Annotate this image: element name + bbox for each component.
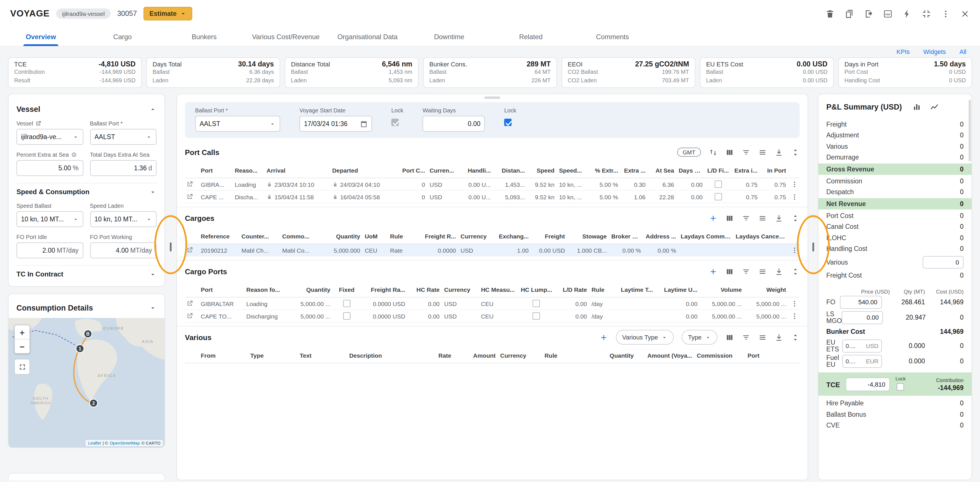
column-header-description[interactable]: Description <box>347 352 410 359</box>
tab-cargo[interactable]: Cargo <box>82 27 163 46</box>
column-header-counter[interactable]: Counter... <box>239 233 280 239</box>
panel-resize-handle-right[interactable] <box>812 243 814 252</box>
cargoes-row[interactable]: 20190212Mabl Ch...Mabl Co...5,000.000CEU… <box>185 244 800 257</box>
chevron-up-icon[interactable] <box>149 105 156 113</box>
menu-icon[interactable] <box>758 148 767 156</box>
column-header-rule[interactable]: Rule <box>388 233 420 239</box>
various-type-filter[interactable]: Various Type <box>616 330 674 345</box>
row-menu-icon[interactable] <box>791 300 799 307</box>
info-icon[interactable] <box>71 152 77 158</box>
collapse-view-icon[interactable] <box>921 9 931 18</box>
open-row-icon[interactable] <box>186 300 193 307</box>
tab-downtime[interactable]: Downtime <box>408 27 490 46</box>
column-header-freight[interactable]: Freight <box>531 233 567 239</box>
speed-ballast-select[interactable]: 10 kn, 10 MT... <box>16 211 83 227</box>
column-header-port[interactable]: Port <box>199 286 244 293</box>
duplicate-icon[interactable] <box>845 9 854 18</box>
fo-port-working-input[interactable]: 4.00 MT/day <box>90 243 156 258</box>
tab-overview[interactable]: Overview <box>0 27 82 46</box>
expand-rows-icon[interactable] <box>791 214 800 222</box>
menu-icon[interactable] <box>758 267 767 276</box>
column-header-rule[interactable]: Rule <box>542 352 592 359</box>
type-filter[interactable]: Type <box>682 330 718 345</box>
column-header-quantity[interactable]: Quantity <box>592 352 636 359</box>
tab-organisational-data[interactable]: Organisational Data <box>327 27 408 46</box>
add-various-icon[interactable] <box>600 333 608 342</box>
fo-port-idle-input[interactable]: 2.00 MT/day <box>16 243 83 258</box>
cell-checkbox[interactable] <box>343 312 350 320</box>
more-menu-icon[interactable] <box>941 9 950 18</box>
cell-checkbox[interactable] <box>343 300 350 307</box>
map-zoom-in-button[interactable]: + <box>15 325 30 339</box>
column-header-exchang[interactable]: Exchang... <box>492 233 531 239</box>
openstreetmap-link[interactable]: OpenStreetMap <box>110 441 140 446</box>
column-header-amount[interactable]: Amount <box>454 352 498 359</box>
tab-comments[interactable]: Comments <box>572 27 653 46</box>
column-header-l-d-fi[interactable]: L/D Fi... <box>705 167 731 174</box>
filter-icon[interactable] <box>742 214 750 222</box>
quick-actions-icon[interactable] <box>902 9 912 18</box>
column-header-hc-measu[interactable]: HC Measu... <box>479 286 519 293</box>
voyage-start-date-input[interactable]: 17/03/24 01:36 <box>299 116 372 132</box>
open-row-icon[interactable] <box>186 312 193 320</box>
route-map[interactable]: EUROPE ASIA AFRICA SOUTH AMERICA B 1 <box>8 318 164 447</box>
speed-laden-select[interactable]: 10 kn, 10 MT... <box>90 211 156 227</box>
pdf-icon[interactable]: PDF <box>883 9 892 18</box>
column-header-laydays-commence[interactable]: Laydays Commence <box>678 233 733 239</box>
column-header-from[interactable]: From <box>199 352 248 359</box>
column-header-departed[interactable]: Departed <box>330 167 398 174</box>
column-header-speed[interactable]: Speed <box>527 167 557 174</box>
pnl-scrollbar-thumb[interactable] <box>969 100 971 161</box>
map-marker-1[interactable]: 1 <box>76 345 84 353</box>
menu-icon[interactable] <box>758 214 767 222</box>
column-settings-icon[interactable] <box>725 333 734 342</box>
download-icon[interactable] <box>775 214 783 222</box>
pnl-various-input[interactable]: 0 <box>923 256 964 268</box>
column-header-currency[interactable]: Currency <box>442 286 479 293</box>
column-header-laytime-u[interactable]: Laytime U... <box>659 286 700 293</box>
column-header-fixed[interactable]: Fixed <box>332 286 361 293</box>
expand-rows-icon[interactable] <box>791 267 800 276</box>
tce-lock-checkbox[interactable] <box>897 383 904 390</box>
column-header-currency[interactable]: Currency <box>458 233 492 239</box>
column-header-quantity[interactable]: Quantity <box>321 233 363 239</box>
menu-icon[interactable] <box>758 333 767 342</box>
filter-icon[interactable] <box>742 148 750 156</box>
start-date-lock-checkbox[interactable] <box>391 119 399 126</box>
column-header-commission[interactable]: Commission <box>694 352 745 359</box>
tab-bunkers[interactable]: Bunkers <box>163 27 245 46</box>
leaflet-link[interactable]: Leaflet <box>88 441 101 446</box>
consumption-details-header[interactable]: Consumption Details <box>8 295 164 318</box>
expand-rows-icon[interactable] <box>791 333 800 342</box>
column-header-freight-r[interactable]: Freight R... <box>420 233 458 239</box>
column-header-rule[interactable]: Rule <box>589 286 619 293</box>
map-zoom-out-button[interactable]: − <box>15 339 30 353</box>
percent-extra-input[interactable]: 5.00 % <box>16 160 83 176</box>
column-header-type[interactable]: Type <box>248 352 297 359</box>
column-header-speed[interactable]: Speed... <box>557 167 590 174</box>
line-chart-icon[interactable] <box>930 102 939 112</box>
bunker-price-input[interactable]: 540.00 <box>840 295 882 308</box>
column-header-broker-c[interactable]: Broker C... <box>609 233 643 239</box>
expand-rows-icon[interactable] <box>791 148 800 156</box>
tab-various-cost-revenue[interactable]: Various Cost/Revenue <box>245 27 327 46</box>
row-menu-icon[interactable] <box>791 312 799 320</box>
filter-icon[interactable] <box>742 267 750 276</box>
download-icon[interactable] <box>775 148 783 156</box>
column-settings-icon[interactable] <box>725 267 734 276</box>
column-settings-icon[interactable] <box>725 214 734 222</box>
delete-icon[interactable] <box>825 9 835 18</box>
open-row-icon[interactable] <box>186 193 193 200</box>
open-row-icon[interactable] <box>186 246 193 254</box>
cell-checkbox[interactable] <box>533 312 540 320</box>
view-link-widgets[interactable]: Widgets <box>923 48 946 55</box>
row-menu-icon[interactable] <box>791 193 799 201</box>
column-header-l-d-rate[interactable]: L/D Rate <box>554 286 589 293</box>
close-icon[interactable] <box>960 9 970 18</box>
main-drag-handle[interactable] <box>484 96 500 99</box>
open-row-icon[interactable] <box>186 180 193 188</box>
column-header-handli[interactable]: Handli... <box>459 167 493 174</box>
column-header-hc-lump[interactable]: HC Lump... <box>519 286 554 293</box>
download-icon[interactable] <box>775 267 783 276</box>
download-icon[interactable] <box>775 333 783 342</box>
